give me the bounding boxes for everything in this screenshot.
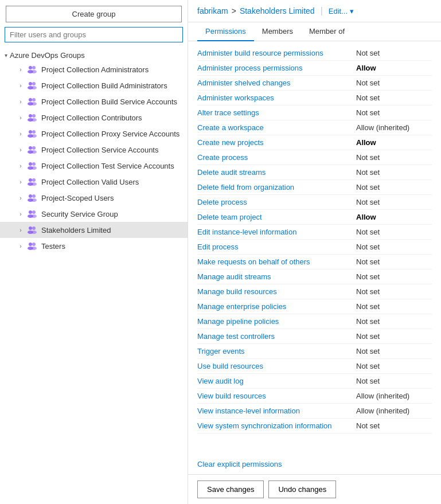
permission-value[interactable]: Not set — [352, 257, 432, 266]
svg-point-31 — [31, 182, 37, 186]
svg-point-27 — [31, 166, 37, 170]
permission-value[interactable]: Not set — [352, 332, 432, 341]
svg-point-13 — [32, 114, 36, 118]
permission-value[interactable]: Not set — [352, 362, 432, 370]
permission-value[interactable]: Not set — [352, 108, 432, 117]
permission-name[interactable]: View audit log — [197, 377, 352, 385]
save-changes-button[interactable]: Save changes — [197, 480, 264, 498]
permission-name[interactable]: Administer build resource permissions — [197, 49, 352, 57]
permission-value[interactable]: Not set — [352, 243, 432, 251]
permission-row: Delete field from organizationNot set — [197, 180, 432, 195]
permission-name[interactable]: Delete field from organization — [197, 183, 352, 192]
permission-value[interactable]: Not set — [352, 228, 432, 236]
permission-value[interactable]: Allow — [352, 213, 432, 221]
tab-members[interactable]: Members — [254, 22, 301, 41]
svg-point-8 — [29, 98, 32, 101]
permission-name[interactable]: View instance-level information — [197, 407, 352, 415]
tree-item[interactable]: › Testers — [0, 238, 188, 254]
tree-item[interactable]: › Project Collection Test Service Accoun… — [0, 158, 188, 174]
tree-item[interactable]: › Project Collection Contributors — [0, 110, 188, 126]
permission-value[interactable]: Not set — [352, 302, 432, 311]
permission-name[interactable]: Create process — [197, 153, 352, 162]
permission-value[interactable]: Not set — [352, 421, 432, 430]
create-group-button[interactable]: Create group — [6, 6, 182, 22]
group-name: Project Collection Contributors — [41, 114, 142, 122]
permission-row: View build resourcesAllow (inherited) — [197, 389, 432, 404]
group-icon — [26, 144, 38, 155]
permission-value[interactable]: Not set — [352, 153, 432, 162]
svg-point-28 — [29, 178, 32, 182]
tree-item[interactable]: › Security Service Group — [0, 206, 188, 222]
permission-name[interactable]: Create a workspace — [197, 123, 352, 132]
permission-name[interactable]: View build resources — [197, 392, 352, 400]
permission-value[interactable]: Not set — [352, 317, 432, 326]
permission-value[interactable]: Allow — [352, 138, 432, 147]
permission-name[interactable]: Delete team project — [197, 213, 352, 221]
permission-name[interactable]: Edit process — [197, 243, 352, 251]
permission-value[interactable]: Not set — [352, 377, 432, 385]
undo-changes-button[interactable]: Undo changes — [268, 480, 336, 498]
permission-name[interactable]: Administer process permissions — [197, 64, 352, 72]
expand-item-arrow-icon: › — [16, 129, 25, 138]
tree-item[interactable]: › Project Collection Service Accounts — [0, 142, 188, 158]
permission-name[interactable]: Delete process — [197, 198, 352, 206]
permission-name[interactable]: Manage test controllers — [197, 332, 352, 341]
svg-point-25 — [32, 162, 36, 166]
tree-item[interactable]: › Project Collection Build Administrator… — [0, 77, 188, 93]
permission-name[interactable]: Manage enterprise policies — [197, 302, 352, 311]
group-name: Project Collection Test Service Accounts — [41, 162, 174, 170]
permission-value[interactable]: Not set — [352, 183, 432, 192]
tree-item[interactable]: › Project Collection Valid Users — [0, 174, 188, 190]
permission-value[interactable]: Not set — [352, 168, 432, 177]
tree-item[interactable]: › Stakeholders Limited — [0, 222, 188, 238]
permission-name[interactable]: View system synchronization information — [197, 421, 352, 430]
permission-value[interactable]: Allow (inherited) — [352, 407, 432, 415]
tree-items-container: › Project Collection Administrators › Pr… — [0, 61, 188, 254]
breadcrumb-parent[interactable]: fabrikam — [197, 6, 228, 15]
breadcrumb-divider: | — [321, 6, 323, 16]
azure-devops-groups-label[interactable]: ▾ Azure DevOps Groups — [0, 49, 188, 61]
group-name: Testers — [41, 242, 65, 251]
permission-row: Edit processNot set — [197, 240, 432, 255]
permission-value[interactable]: Allow — [352, 64, 432, 72]
tab-memberOf[interactable]: Member of — [301, 22, 353, 41]
permission-name[interactable]: Trigger events — [197, 347, 352, 355]
edit-button[interactable]: Edit... ▾ — [329, 7, 354, 15]
permission-name[interactable]: Administer shelved changes — [197, 79, 352, 87]
tree-item[interactable]: › Project Collection Proxy Service Accou… — [0, 126, 188, 142]
clear-explicit-permissions-link[interactable]: Clear explicit permissions — [188, 460, 441, 468]
chevron-down-icon: ▾ — [350, 7, 354, 15]
permission-name[interactable]: Use build resources — [197, 362, 352, 370]
permission-name[interactable]: Manage pipeline policies — [197, 317, 352, 326]
permission-name[interactable]: Manage build resources — [197, 287, 352, 296]
permission-name[interactable]: Create new projects — [197, 138, 352, 147]
permission-value[interactable]: Not set — [352, 198, 432, 206]
filter-input[interactable] — [5, 27, 183, 42]
permission-name[interactable]: Administer workspaces — [197, 93, 352, 102]
tree-item[interactable]: › Project-Scoped Users — [0, 190, 188, 206]
permission-name[interactable]: Delete audit streams — [197, 168, 352, 177]
expand-item-arrow-icon: › — [16, 113, 25, 122]
permission-value[interactable]: Not set — [352, 287, 432, 296]
permission-value[interactable]: Not set — [352, 272, 432, 281]
tree-item[interactable]: › Project Collection Administrators — [0, 61, 188, 77]
permission-name[interactable]: Manage audit streams — [197, 272, 352, 281]
group-icon — [26, 208, 38, 220]
permission-name[interactable]: Edit instance-level information — [197, 228, 352, 236]
svg-point-11 — [31, 102, 37, 106]
permission-value[interactable]: Not set — [352, 347, 432, 355]
edit-button-label: Edit... — [329, 7, 348, 15]
svg-point-9 — [32, 98, 36, 101]
expand-item-arrow-icon: › — [16, 225, 25, 235]
tree-item[interactable]: › Project Collection Build Service Accou… — [0, 93, 188, 110]
permission-value[interactable]: Allow (inherited) — [352, 392, 432, 400]
permission-value[interactable]: Not set — [352, 93, 432, 102]
group-name: Stakeholders Limited — [41, 226, 111, 235]
tab-permissions[interactable]: Permissions — [197, 22, 254, 41]
group-icon — [26, 160, 38, 171]
permission-value[interactable]: Not set — [352, 79, 432, 87]
permission-name[interactable]: Alter trace settings — [197, 108, 352, 117]
permission-value[interactable]: Not set — [352, 49, 432, 57]
permission-name[interactable]: Make requests on behalf of others — [197, 257, 352, 266]
permission-value[interactable]: Allow (inherited) — [352, 123, 432, 132]
